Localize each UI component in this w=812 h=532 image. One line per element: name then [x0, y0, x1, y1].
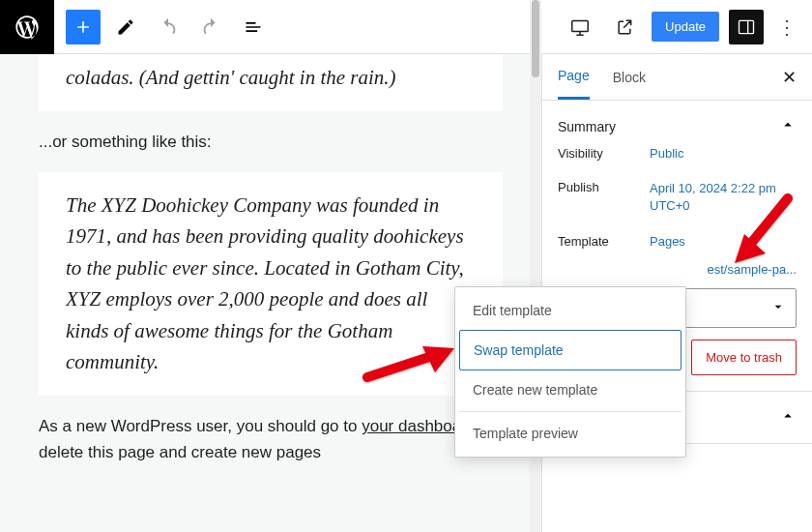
publish-label: Publish [558, 180, 650, 215]
visibility-label: Visibility [558, 146, 650, 161]
update-button[interactable]: Update [652, 12, 719, 42]
svg-rect-1 [740, 20, 754, 33]
plus-icon [73, 17, 93, 37]
svg-rect-0 [572, 20, 589, 31]
add-block-button[interactable] [66, 10, 101, 44]
tab-page[interactable]: Page [558, 54, 590, 100]
more-vertical-icon: ⋮ [777, 16, 797, 38]
preview-link-button[interactable] [607, 10, 642, 44]
settings-toggle-button[interactable] [729, 10, 764, 44]
list-icon [244, 17, 263, 37]
dropdown-item-edit-template[interactable]: Edit template [459, 291, 682, 330]
wordpress-icon [14, 14, 41, 41]
quote-block[interactable]: coladas. (And gettin' caught in the rain… [66, 54, 476, 94]
dropdown-item-create-template[interactable]: Create new template [459, 370, 682, 409]
redo-icon [200, 16, 221, 38]
undo-button[interactable] [151, 10, 186, 44]
wordpress-logo[interactable] [0, 0, 54, 54]
view-button[interactable] [563, 10, 597, 44]
template-label: Template [558, 234, 650, 249]
document-overview-button[interactable] [236, 10, 271, 44]
sidebar-icon [737, 17, 756, 37]
template-dropdown: Edit template Swap template Create new t… [454, 286, 686, 458]
chevron-up-icon[interactable] [779, 407, 797, 428]
paragraph-block[interactable]: As a new WordPress user, you should go t… [39, 413, 503, 465]
close-icon: ✕ [782, 68, 797, 87]
template-value[interactable]: Pages [650, 234, 685, 249]
paragraph-block[interactable]: ...or something like this: [39, 129, 503, 155]
tab-block[interactable]: Block [613, 56, 646, 99]
tools-button[interactable] [108, 10, 143, 44]
undo-icon [158, 16, 179, 38]
dropdown-item-template-preview[interactable]: Template preview [459, 414, 682, 453]
chevron-up-icon[interactable] [779, 116, 797, 136]
annotation-arrow [362, 343, 459, 395]
visibility-value[interactable]: Public [650, 146, 683, 161]
move-to-trash-button[interactable]: Move to trash [691, 340, 797, 375]
more-options-button[interactable]: ⋮ [773, 15, 800, 39]
redo-button[interactable] [193, 10, 228, 44]
text-run: As a new WordPress user, you should go t… [39, 417, 362, 435]
publish-tz: UTC+0 [650, 198, 690, 213]
close-sidebar-button[interactable]: ✕ [782, 67, 797, 88]
pencil-icon [116, 17, 135, 37]
desktop-icon [569, 16, 591, 38]
dropdown-item-swap-template[interactable]: Swap template [459, 330, 682, 370]
chevron-down-icon [770, 299, 786, 317]
external-link-icon [615, 17, 634, 37]
summary-heading: Summary [558, 119, 616, 134]
annotation-arrow [735, 193, 802, 274]
